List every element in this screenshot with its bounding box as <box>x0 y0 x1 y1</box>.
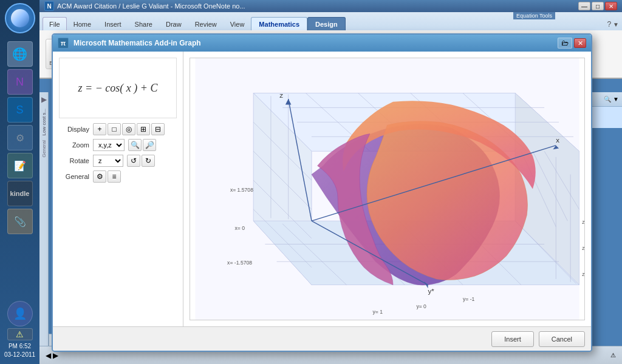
dialog-footer: Insert Cancel <box>53 326 591 351</box>
display-btn-2[interactable]: □ <box>108 123 121 135</box>
clock-time: PM 6:52 <box>4 342 35 351</box>
notebooks-search-icon[interactable]: 🔍 <box>604 96 611 103</box>
y1-label: y= 1 <box>373 309 383 315</box>
start-button[interactable] <box>5 3 35 33</box>
cancel-button[interactable]: Cancel <box>539 331 585 347</box>
yn1-label: y= -1 <box>463 296 475 302</box>
equation-display: z = − cos( x ) + C <box>59 58 177 118</box>
rotate-select[interactable]: z <box>93 155 123 167</box>
zoom-in-button[interactable]: 🔍 <box>128 139 142 151</box>
taskbar-kindle-icon[interactable]: kindle <box>7 181 33 206</box>
tab-share[interactable]: Share <box>128 17 159 30</box>
controls-section: Display + □ ◎ ⊞ ⊟ Zoom x,y,z <box>59 123 177 183</box>
nav-right-icon[interactable]: ▶ <box>53 351 58 360</box>
display-label: Display <box>59 126 89 133</box>
general-control-row: General ⚙ ≡ <box>59 170 177 183</box>
rotate-buttons: ↺ ↻ <box>127 155 155 167</box>
y0-label: y= 0 <box>416 303 426 309</box>
tab-file[interactable]: File <box>43 17 67 30</box>
dialog-body: z = − cos( x ) + C Display + □ ◎ ⊞ <box>53 52 591 326</box>
tab-row: File Home Insert Share Draw Review View … <box>39 12 622 30</box>
minimize-button[interactable]: — <box>578 2 590 10</box>
dialog-graph: x y* z z= 2 z= 1 z= 0 x= 1.5708 x= 0 x= … <box>183 52 591 326</box>
taskbar-icons: 🌐 N S ⚙ 📝 kindle 📎 <box>7 38 33 301</box>
sidebar-expand-arrow[interactable]: ▶ <box>41 95 47 104</box>
tab-home[interactable]: Home <box>67 17 98 30</box>
dialog-close-button[interactable]: ✕ <box>574 38 586 48</box>
dialog-title-text: Microsoft Mathematics Add-in Graph <box>73 39 201 47</box>
taskbar-notes-icon[interactable]: 📝 <box>7 153 33 178</box>
rotate-cw-button[interactable]: ↻ <box>142 155 155 167</box>
clock-date: 03-12-2011 <box>4 351 35 359</box>
taskbar-onenote-icon[interactable]: N <box>7 69 33 95</box>
status-extra-icon[interactable]: ⚠ <box>610 352 616 359</box>
general-btn-1[interactable]: ⚙ <box>93 170 106 183</box>
taskbar-bottom: 👤 ⚠ PM 6:52 03-12-2011 <box>4 301 35 364</box>
x0-label: x= 0 <box>235 225 245 231</box>
eq-tools-badge: Equation Tools <box>513 12 555 19</box>
display-control-row: Display + □ ◎ ⊞ ⊟ <box>59 123 177 135</box>
sidebar-label: Low cost s... <box>41 109 47 135</box>
taskbar-ie-icon[interactable]: 🌐 <box>7 41 33 67</box>
y-axis-label: y* <box>428 288 435 295</box>
window-controls: — □ ✕ <box>578 2 617 10</box>
zoom-select[interactable]: x,y,z <box>93 139 125 151</box>
general-label: General <box>59 173 89 180</box>
graph-svg: x y* z z= 2 z= 1 z= 0 x= 1.5708 x= 0 x= … <box>190 58 584 320</box>
general-btn-2[interactable]: ≡ <box>108 170 121 183</box>
taskbar-skype-icon[interactable]: S <box>7 97 33 123</box>
tab-design[interactable]: Design <box>307 17 346 30</box>
eq-cos: cos( <box>105 82 123 94</box>
dropdown-icon[interactable]: ▼ <box>613 21 619 28</box>
display-btn-5[interactable]: ⊟ <box>151 123 165 135</box>
zoom-out-button[interactable]: 🔎 <box>143 139 156 151</box>
x1-label: x= 1.5708 <box>230 187 253 193</box>
rotate-control-row: Rotate z ↺ ↻ <box>59 155 177 167</box>
tab-insert[interactable]: Insert <box>98 17 128 30</box>
dialog-left-panel: z = − cos( x ) + C Display + □ ◎ ⊞ <box>53 52 183 326</box>
tab-draw[interactable]: Draw <box>159 17 188 30</box>
eq-x: x <box>126 82 131 94</box>
rotate-ccw-button[interactable]: ↺ <box>127 155 140 167</box>
graph-container: x y* z z= 2 z= 1 z= 0 x= 1.5708 x= 0 x= … <box>190 58 585 320</box>
x-axis-label: x <box>556 136 559 144</box>
nav-left-icon[interactable]: ◀ <box>46 351 51 360</box>
z1-label: z= 1 <box>582 245 584 251</box>
taskbar-user-icon[interactable]: 👤 <box>7 301 33 326</box>
ribbon-extra-controls: ? ▼ <box>604 20 622 30</box>
dialog-title-icon: π <box>58 38 69 49</box>
dialog-controls: 🗁 ✕ <box>558 38 586 49</box>
left-sidebar: ▶ Low cost s... General <box>39 92 49 346</box>
clock: PM 6:52 03-12-2011 <box>4 342 35 359</box>
eq-z: z = − <box>78 82 103 94</box>
taskbar-tool-icon[interactable]: ⚙ <box>7 125 33 150</box>
z0-label: z= 0 <box>582 271 584 277</box>
taskbar-warning-icon[interactable]: ⚠ <box>7 328 33 340</box>
math-dialog: π Microsoft Mathematics Add-in Graph 🗁 ✕… <box>52 33 592 352</box>
display-btn-3[interactable]: ◎ <box>122 123 135 135</box>
tab-review[interactable]: Review <box>188 17 224 30</box>
general-buttons: ⚙ ≡ <box>93 170 121 183</box>
maximize-button[interactable]: □ <box>592 2 604 10</box>
display-btn-1[interactable]: + <box>93 123 106 135</box>
z2-label: z= 2 <box>582 219 584 225</box>
eq-rest: ) + C <box>134 82 157 94</box>
insert-button[interactable]: Insert <box>491 331 534 347</box>
zoom-label: Zoom <box>59 141 89 149</box>
z-axis-label: z <box>279 92 283 99</box>
display-btn-4[interactable]: ⊞ <box>137 123 150 135</box>
xn1-label: x= -1.5708 <box>227 260 252 266</box>
rotate-label: Rotate <box>59 157 89 164</box>
notebooks-dropdown-icon[interactable]: ▼ <box>613 96 619 103</box>
dialog-icon-btn[interactable]: 🗁 <box>558 38 572 49</box>
dialog-titlebar: π Microsoft Mathematics Add-in Graph 🗁 ✕ <box>53 35 591 52</box>
dialog-title: π Microsoft Mathematics Add-in Graph <box>58 38 201 49</box>
help-icon[interactable]: ? <box>607 20 611 29</box>
tab-view[interactable]: View <box>224 17 251 30</box>
taskbar-extra-icon[interactable]: 📎 <box>7 209 33 234</box>
taskbar: 🌐 N S ⚙ 📝 kindle 📎 👤 ⚠ <box>0 0 39 364</box>
zoom-control-row: Zoom x,y,z 🔍 🔎 <box>59 139 177 151</box>
tab-mathematics[interactable]: Mathematics <box>251 17 307 30</box>
close-button[interactable]: ✕ <box>605 2 617 10</box>
app-icon: N <box>44 1 54 11</box>
